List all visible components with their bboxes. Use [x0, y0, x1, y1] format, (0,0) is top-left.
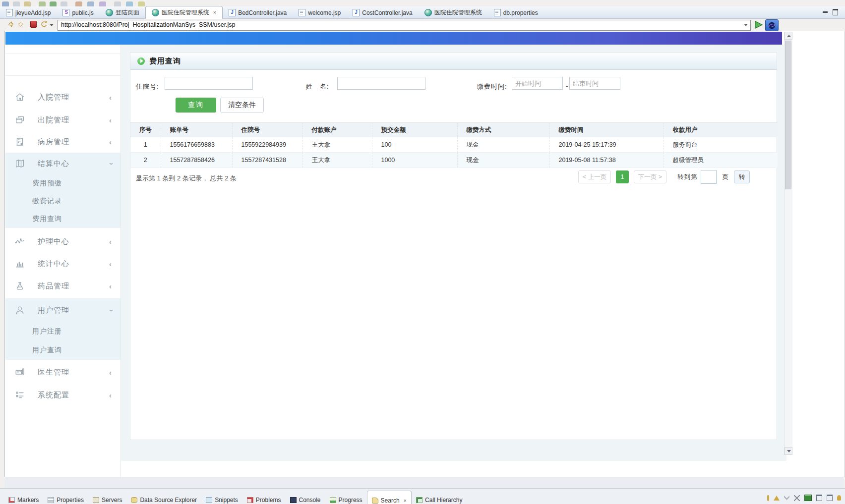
table-row: 2 1557287858426 1557287431528 王大拿 1000 现… [130, 153, 778, 168]
page-1-button[interactable]: 1 [616, 170, 629, 183]
next-page-button[interactable]: 下一页 > [634, 170, 666, 183]
toolbar-icon[interactable] [87, 1, 94, 6]
problems-icon [247, 497, 253, 503]
sidebar-subitem-fee-query[interactable]: 费用查询 [5, 210, 121, 228]
tab-db-properties[interactable]: db.properties [488, 7, 544, 18]
view-tab-problems[interactable]: Problems [242, 491, 286, 504]
toolbar-icon[interactable] [39, 1, 46, 6]
toolbar-icon[interactable] [138, 1, 145, 6]
view-tab-label: Markers [17, 497, 39, 504]
sidebar-subitem-fee-prepay[interactable]: 费用预缴 [5, 174, 121, 192]
sidebar-subitem-user-query[interactable]: 用户查询 [5, 341, 121, 360]
scissors-icon[interactable] [794, 495, 800, 501]
sidebar-item-medicine[interactable]: 药品管理 ‹ [5, 275, 121, 297]
stop-icon[interactable] [29, 20, 38, 29]
tab-costcontroller-java[interactable]: CostController.java [347, 7, 418, 18]
properties-icon [48, 497, 54, 503]
name-input[interactable] [337, 77, 425, 90]
sidebar-item-nursing[interactable]: 护理中心 ‹ [5, 230, 121, 253]
view-tab-properties[interactable]: Properties [43, 491, 88, 504]
prev-page-button[interactable]: < 上一页 [578, 170, 611, 183]
tab-public-js[interactable]: public.js [57, 7, 99, 18]
toolbar-icon[interactable] [2, 1, 9, 6]
view-tab-progress[interactable]: Progress [325, 491, 367, 504]
close-view-icon[interactable]: × [404, 498, 407, 504]
toolbar-icon[interactable] [75, 1, 82, 6]
view-tab-console[interactable]: Console [286, 491, 325, 504]
sidebar-item-discharge[interactable]: 出院管理 ‹ [5, 109, 121, 131]
view-tab-data-source-explorer[interactable]: Data Source Explorer [126, 491, 201, 504]
goto-button[interactable]: 转 [734, 170, 750, 183]
sidebar-item-system[interactable]: 系统配置 ‹ [5, 384, 121, 406]
cell: 王大拿 [302, 137, 372, 153]
view-tab-call-hierarchy[interactable]: Call Hierarchy [412, 491, 467, 504]
search-button[interactable]: 查询 [176, 98, 216, 112]
toolbar-icon[interactable] [99, 1, 106, 6]
view-tab-search[interactable]: Search× [367, 491, 412, 504]
column-header: 付款账户 [302, 123, 372, 137]
sidebar-item-doctors[interactable]: 医生管理 ‹ [5, 361, 121, 384]
tab-login-page[interactable]: 登陆页面 [100, 7, 145, 18]
url-input[interactable] [58, 20, 740, 29]
start-time-input[interactable] [512, 77, 563, 90]
page-scrollbar[interactable] [784, 32, 792, 455]
tab-jieyueadd-jsp[interactable]: jieyueAdd.jsp [0, 7, 57, 18]
view-toolbar-icons [767, 491, 841, 501]
goto-page-input[interactable] [701, 170, 717, 184]
sidebar-item-statistics[interactable]: 统计中心 ‹ [5, 253, 121, 275]
datasource-icon [131, 497, 137, 503]
toolbar-icon[interactable] [126, 1, 133, 6]
view-tab-snippets[interactable]: Snippets [201, 491, 242, 504]
console-button-icon[interactable] [804, 495, 812, 501]
scroll-down-icon[interactable] [785, 447, 792, 455]
browser-toolbar [0, 19, 845, 31]
sidebar-subitem-user-register[interactable]: 用户注册 [5, 322, 121, 341]
record-summary: 显示第 1 条到 2 条记录， 总共 2 条 [136, 174, 237, 183]
end-time-input[interactable] [569, 77, 620, 90]
toolbar-icon[interactable] [60, 1, 67, 6]
toolbar-icon[interactable] [114, 1, 121, 6]
sidebar-item-label: 医生管理 [38, 368, 69, 377]
refresh-icon[interactable] [40, 20, 49, 29]
new-window-icon[interactable] [827, 495, 833, 501]
sidebar-item-ward[interactable]: 病房管理 ‹ [5, 131, 121, 153]
close-tab-icon[interactable]: × [213, 9, 216, 15]
sidebar-subitem-fee-records[interactable]: 缴费记录 [5, 192, 121, 210]
clear-button[interactable]: 清空条件 [220, 98, 264, 112]
sidebar-item-billing[interactable]: 结算中心 ‹ [5, 153, 121, 174]
tab-bedcontroller-java[interactable]: BedController.java [223, 7, 293, 18]
refresh-dropdown-icon[interactable] [50, 24, 54, 26]
back-icon[interactable] [6, 20, 15, 29]
inpatient-no-input[interactable] [165, 77, 253, 90]
divider [5, 75, 121, 76]
page-banner [5, 32, 782, 45]
minimize-icon[interactable] [823, 11, 828, 13]
go-button[interactable] [754, 20, 764, 29]
collapse-all-icon[interactable] [784, 496, 789, 500]
scroll-up-icon[interactable] [785, 32, 792, 40]
tab-hospital-system-2[interactable]: 医院住院管理系统 [419, 7, 488, 18]
toolbar-icon[interactable] [50, 1, 57, 6]
view-tab-servers[interactable]: Servers [88, 491, 126, 504]
java-file-icon [353, 9, 360, 16]
restore-window-icon[interactable] [816, 495, 822, 501]
sidebar-item-admission[interactable]: 入院管理 ‹ [5, 85, 121, 109]
url-dropdown-icon[interactable] [744, 24, 748, 26]
tab-label: 医院住院管理系统 [162, 8, 209, 17]
scrollbar-thumb[interactable] [785, 41, 791, 189]
maximize-icon[interactable] [833, 9, 838, 15]
view-tab-markers[interactable]: Markers [4, 491, 43, 504]
lamp-icon[interactable] [837, 495, 841, 501]
url-bar [58, 20, 751, 31]
pin-icon[interactable] [767, 495, 769, 501]
browser-engine-icon[interactable] [765, 19, 779, 31]
toolbar-icon[interactable] [13, 1, 20, 6]
up-arrow-icon[interactable] [774, 496, 780, 501]
tab-hospital-system-active[interactable]: 医院住院管理系统× [145, 6, 223, 19]
cell: 王大拿 [302, 153, 372, 168]
tab-welcome-jsp[interactable]: welcome.jsp [293, 7, 347, 18]
forward-icon[interactable] [17, 20, 26, 29]
cell: 1555922984939 [232, 137, 302, 153]
toolbar-icon[interactable] [24, 1, 31, 6]
sidebar-item-users[interactable]: 用户管理 ‹ [5, 298, 121, 322]
